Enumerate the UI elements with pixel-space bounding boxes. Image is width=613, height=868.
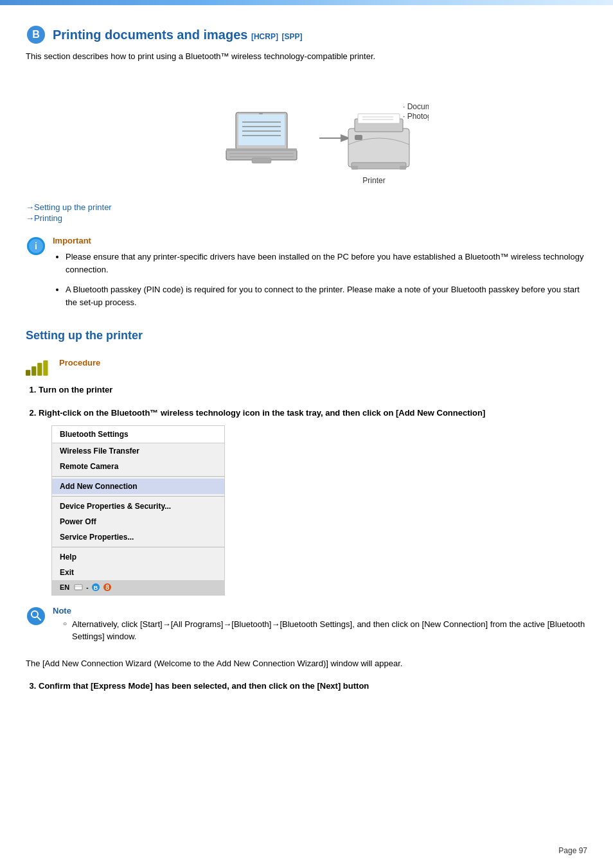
important-bullets: Please ensure that any printer-specific …	[53, 251, 587, 308]
step-2: Right-click on the Bluetooth™ wireless t…	[39, 407, 587, 596]
svg-rect-22	[351, 166, 358, 170]
svg-rect-30	[43, 360, 48, 376]
step-3: Confirm that [Express Mode] has been sel…	[39, 680, 587, 693]
ctx-power-off: Power Off	[52, 514, 224, 529]
svg-text:i: i	[35, 241, 37, 251]
important-bullet-2: A Bluetooth passkey (PIN code) is requir…	[66, 283, 587, 308]
note-box: Note Alternatively, click [Start]→[All P…	[26, 606, 587, 647]
ctx-service-props: Service Properties...	[52, 529, 224, 545]
context-menu-screenshot: Bluetooth Settings Wireless File Transfe…	[51, 425, 225, 596]
svg-rect-20	[355, 135, 362, 140]
svg-text:B: B	[32, 29, 40, 40]
svg-rect-21	[351, 163, 406, 169]
svg-rect-15	[348, 128, 409, 167]
step-1: Turn on the printer	[39, 384, 587, 396]
diagram-svg: · Documents · Photographs etc Printer	[184, 74, 429, 190]
link2-arrow: →	[26, 213, 34, 223]
note-label: Note	[53, 606, 587, 616]
svg-text:B: B	[93, 585, 98, 591]
section-title-setup: Setting up the printer	[26, 329, 587, 345]
ctx-header: Bluetooth Settings	[52, 426, 224, 443]
important-icon: i	[26, 236, 46, 256]
svg-rect-13	[226, 148, 297, 151]
svg-rect-29	[37, 363, 42, 376]
label-printer: Printer	[362, 176, 385, 185]
link-setting-printer[interactable]: →Setting up the printer	[26, 202, 587, 212]
ctx-footer-en: EN	[60, 582, 69, 593]
page-number: Page 97	[558, 846, 587, 855]
ctx-exit: Exit	[52, 565, 224, 580]
diagram-area: · Documents · Photographs etc Printer	[26, 74, 587, 190]
page-title: Printing documents and images [HCRP] [SP…	[53, 28, 303, 42]
svg-point-37	[27, 607, 45, 625]
link2-text: Printing	[34, 213, 62, 223]
ctx-sep-2	[52, 496, 224, 497]
important-label: Important	[53, 236, 587, 245]
link-printing[interactable]: →Printing	[26, 213, 587, 223]
ctx-help: Help	[52, 549, 224, 565]
svg-rect-3	[238, 114, 285, 145]
svg-rect-23	[400, 166, 406, 170]
link1-text: Setting up the printer	[34, 202, 112, 212]
bluetooth-title-icon: B	[26, 24, 46, 45]
ctx-footer: EN - B 8	[52, 580, 224, 595]
note-content: Note Alternatively, click [Start]→[All P…	[53, 606, 587, 647]
ctx-footer-icons: - B 8	[73, 583, 111, 592]
ctx-wireless-file-transfer: Wireless File Transfer	[52, 443, 224, 459]
svg-rect-17	[358, 114, 400, 123]
link1-arrow: →	[26, 202, 34, 212]
note-icon	[26, 606, 46, 626]
ctx-add-new-connection: Add New Connection	[52, 479, 224, 494]
title-section: B Printing documents and images [HCRP] […	[26, 24, 587, 45]
important-bullet-1: Please ensure that any printer-specific …	[66, 251, 587, 276]
svg-rect-27	[26, 370, 30, 376]
svg-rect-12	[252, 158, 271, 163]
important-content: Important Please ensure that any printer…	[53, 236, 587, 316]
numbered-steps-2: Confirm that [Express Mode] has been sel…	[26, 680, 587, 693]
numbered-steps: Turn on the printer Right-click on the B…	[26, 384, 587, 596]
svg-rect-31	[75, 585, 82, 590]
svg-rect-8	[259, 113, 263, 114]
ctx-remote-camera: Remote Camera	[52, 459, 224, 474]
important-box: i Important Please ensure that any print…	[26, 236, 587, 316]
procedure-label: Procedure	[59, 358, 100, 368]
note-bullets: Alternatively, click [Start]→[All Progra…	[53, 618, 587, 643]
procedure-box: Procedure	[26, 358, 587, 377]
intro-text: This section describes how to print usin…	[26, 51, 587, 61]
note-bullet-1: Alternatively, click [Start]→[All Progra…	[63, 618, 587, 643]
label-photos: · Photographs etc	[403, 112, 429, 121]
top-decorative-bar	[0, 0, 613, 5]
ctx-device-props: Device Properties & Security...	[52, 499, 224, 514]
links-section: →Setting up the printer →Printing	[26, 202, 587, 223]
label-documents: · Documents	[403, 102, 429, 111]
svg-text:8: 8	[105, 584, 109, 591]
ctx-sep-1	[52, 476, 224, 477]
ctx-sep-3	[52, 547, 224, 547]
svg-rect-28	[31, 366, 36, 376]
procedure-icon	[26, 358, 51, 377]
wizard-text: The [Add New Connection Wizard (Welcome …	[26, 657, 587, 670]
